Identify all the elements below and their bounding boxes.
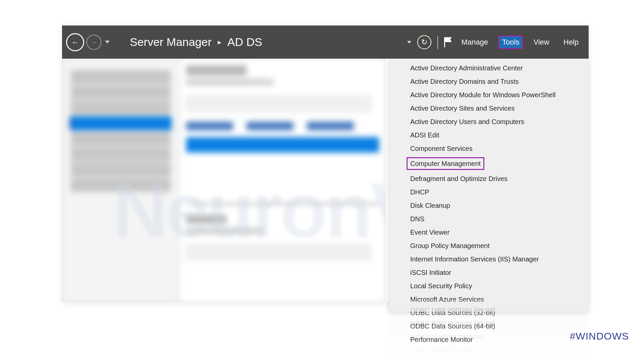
highlight-box: Computer Management bbox=[407, 157, 484, 170]
tools-menu-item[interactable]: Disk Cleanup bbox=[389, 199, 589, 212]
notifications-flag-icon[interactable] bbox=[444, 37, 453, 47]
tools-menu-item[interactable]: Group Policy Management bbox=[389, 239, 589, 252]
app-title[interactable]: Server Manager bbox=[130, 36, 212, 49]
tools-menu-item[interactable]: iSCSI Initiator bbox=[389, 266, 589, 279]
tools-menu-item[interactable]: Active Directory Domains and Trusts bbox=[389, 75, 589, 88]
tools-menu-item-highlighted[interactable]: Computer Management bbox=[389, 155, 589, 172]
tools-menu-item[interactable]: Active Directory Administrative Center bbox=[389, 61, 589, 75]
main-content-obscured: NeuronVM bbox=[62, 59, 386, 302]
sidebar-obscured bbox=[62, 59, 179, 302]
separator bbox=[437, 36, 438, 49]
highlight-label: Computer Management bbox=[410, 160, 481, 167]
menu-manage[interactable]: Manage bbox=[459, 37, 491, 48]
back-button[interactable]: ← bbox=[66, 33, 84, 51]
hashtag-label: #WINDOWS bbox=[570, 330, 629, 342]
refresh-button[interactable]: ↻ bbox=[417, 35, 431, 49]
dropdown-fade bbox=[389, 298, 589, 312]
titlebar-right-cluster: ↻ Manage Tools View Help bbox=[407, 35, 589, 49]
menu-help[interactable]: Help bbox=[561, 37, 581, 48]
tools-menu-item[interactable]: Active Directory Module for Windows Powe… bbox=[389, 88, 589, 102]
arrow-left-icon: ← bbox=[71, 38, 79, 46]
breadcrumb-dropdown-icon[interactable] bbox=[407, 41, 411, 44]
tools-menu-item[interactable]: Event Viewer bbox=[389, 226, 589, 239]
tools-menu-item[interactable]: Active Directory Sites and Services bbox=[389, 102, 589, 115]
menubar: Manage Tools View Help bbox=[459, 37, 581, 48]
breadcrumb: Server Manager ▸ AD DS bbox=[130, 36, 262, 49]
refresh-icon: ↻ bbox=[421, 38, 427, 47]
tools-menu-item[interactable]: Active Directory Users and Computers bbox=[389, 115, 589, 128]
menu-tools[interactable]: Tools bbox=[499, 37, 522, 48]
breadcrumb-section[interactable]: AD DS bbox=[227, 36, 262, 49]
tools-menu-item[interactable]: Component Services bbox=[389, 142, 589, 155]
titlebar: ← → Server Manager ▸ AD DS ↻ bbox=[62, 25, 589, 59]
tools-menu-item[interactable]: ODBC Data Sources (64-bit) bbox=[389, 319, 589, 333]
server-manager-window: ← → Server Manager ▸ AD DS ↻ bbox=[62, 25, 589, 302]
tools-menu-item[interactable]: Defragment and Optimize Drives bbox=[389, 172, 589, 185]
tools-menu-item[interactable]: DNS bbox=[389, 212, 589, 226]
nav-cluster: ← → bbox=[66, 33, 110, 51]
tools-menu-item[interactable]: Performance Monitor bbox=[389, 333, 589, 346]
tools-dropdown: Active Directory Administrative Center A… bbox=[389, 59, 589, 312]
menu-view[interactable]: View bbox=[531, 37, 552, 48]
tools-menu-item[interactable]: Internet Information Services (IIS) Mana… bbox=[389, 252, 589, 266]
nav-history-dropdown-icon[interactable] bbox=[105, 41, 110, 44]
tools-menu-item[interactable]: DHCP bbox=[389, 185, 589, 199]
arrow-right-icon: → bbox=[90, 38, 98, 46]
content-pane-obscured bbox=[179, 59, 386, 302]
tools-menu-item[interactable]: Local Security Policy bbox=[389, 279, 589, 293]
tools-menu-item[interactable]: ADSI Edit bbox=[389, 128, 589, 142]
breadcrumb-separator-icon: ▸ bbox=[218, 38, 221, 47]
forward-button[interactable]: → bbox=[86, 35, 102, 50]
